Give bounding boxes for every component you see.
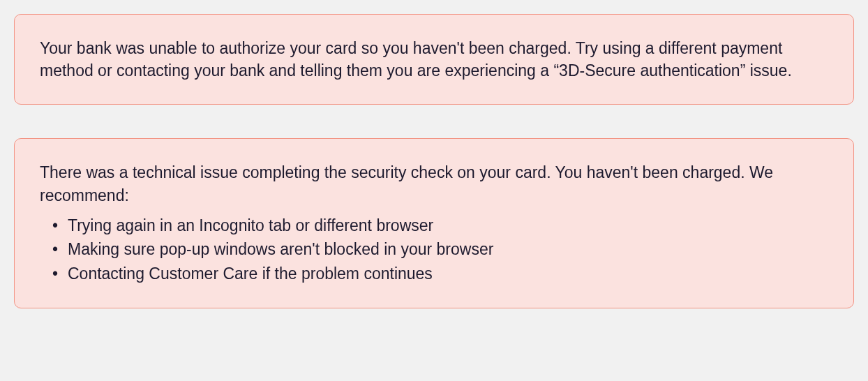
alert-technical-issue: There was a technical issue completing t… — [14, 138, 854, 308]
alert-recommendations-list: Trying again in an Incognito tab or diff… — [40, 214, 828, 286]
list-item: Contacting Customer Care if the problem … — [68, 262, 828, 286]
list-item: Making sure pop-up windows aren't blocke… — [68, 237, 828, 262]
alert-message: There was a technical issue completing t… — [40, 161, 828, 206]
list-item: Trying again in an Incognito tab or diff… — [68, 214, 828, 238]
alert-message: Your bank was unable to authorize your c… — [40, 37, 828, 82]
alert-bank-authorization: Your bank was unable to authorize your c… — [14, 14, 854, 105]
